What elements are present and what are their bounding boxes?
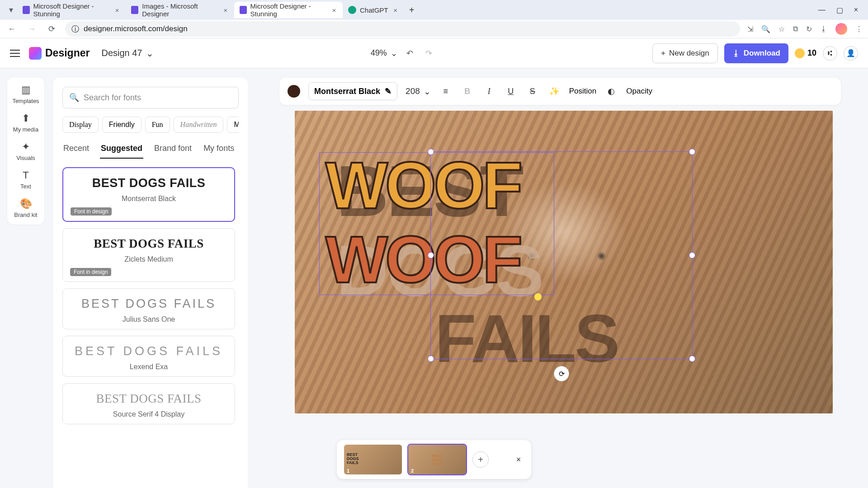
search-icon: 🔍 [69,93,79,103]
tab-title: Microsoft Designer - Stunning [250,2,328,18]
align-button[interactable]: ≡ [439,84,453,98]
rail-brandkit[interactable]: 🎨Brand kit [7,198,44,218]
font-category-chips: Display Friendly Fun Handwritten Mo [62,117,239,133]
font-card[interactable]: BEST DOGS FAILS Source Serif 4 Display [62,383,235,424]
font-sample: BEST DOGS FAILS [70,297,227,311]
tab-brand[interactable]: Brand font [153,141,193,159]
chip-more[interactable]: Mo [227,117,239,133]
close-icon[interactable]: × [222,6,229,14]
edit-icon: ✎ [385,86,392,96]
font-card[interactable]: BEST DOGS FAILS Montserrat Black Font in… [62,167,235,222]
position-button[interactable]: Position [569,87,596,96]
minimize-icon[interactable]: — [818,6,826,14]
chip-handwritten[interactable]: Handwritten [174,117,224,133]
tab-recent[interactable]: Recent [62,141,90,159]
new-tab-button[interactable]: + [405,3,419,17]
app-name: Designer [45,47,90,59]
close-window-icon[interactable]: × [854,6,858,14]
download-label: Download [744,49,780,58]
font-card[interactable]: BEST DOGS FAILS Julius Sans One [62,288,235,329]
rail-visuals[interactable]: ✦Visuals [7,141,44,161]
rail-mymedia[interactable]: ⬆My media [7,113,44,133]
page-thumbnail[interactable]: BESTDOGSFAILS 2 [408,445,466,474]
font-size-selector[interactable]: 208 ⌄ [406,86,431,97]
search-placeholder: Search for fonts [84,93,141,103]
back-icon[interactable]: ← [5,23,18,35]
opacity-button[interactable]: Opacity [626,87,652,96]
upload-icon: ⬆ [20,113,32,124]
tabs-dropdown-icon[interactable]: ▾ [5,4,17,16]
rotate-handle[interactable]: ⟳ [554,366,569,381]
coins-value: 10 [807,48,816,58]
resize-handle[interactable] [689,149,695,155]
resize-handle[interactable] [428,356,434,362]
underline-button[interactable]: U [504,84,518,98]
zoom-control[interactable]: 49% ⌄ [371,48,397,58]
rail-label: Visuals [16,155,35,161]
maximize-icon[interactable]: ▢ [836,6,843,14]
font-list[interactable]: BEST DOGS FAILS Montserrat Black Font in… [62,167,239,424]
document-name[interactable]: Design 47 ⌄ [101,48,153,59]
rail-text[interactable]: TText [7,169,44,190]
resize-handle[interactable] [689,356,695,362]
reload-icon[interactable]: ⟳ [45,23,58,35]
profile-avatar[interactable] [835,23,847,35]
extensions-icon[interactable]: ⧉ [793,25,798,33]
text-color-swatch[interactable] [288,85,300,98]
resize-handle[interactable] [428,252,434,258]
chip-fun[interactable]: Fun [145,117,170,133]
url-input[interactable]: ⓘ designer.microsoft.com/design [65,21,740,37]
redo-button[interactable]: ↷ [423,47,435,60]
resize-handle[interactable] [689,252,695,258]
font-size-value: 208 [406,86,420,96]
account-button[interactable]: 👤 [844,46,858,61]
site-info-icon[interactable]: ⓘ [71,24,79,34]
italic-button[interactable]: I [482,84,496,98]
rail-templates[interactable]: ▥Templates [7,84,44,104]
close-strip-button[interactable]: × [513,454,524,465]
browser-tab[interactable]: Microsoft Designer - Stunning× [17,2,126,18]
coins-counter[interactable]: 10 [795,48,816,58]
visuals-icon: ✦ [20,141,32,153]
canvas[interactable]: BEST DOGS FAILS WOOF WOOF ⟳ [295,111,833,413]
browser-tab[interactable]: ChatGPT× [343,2,405,18]
menu-icon[interactable]: ⋮ [855,25,863,33]
bold-button[interactable]: B [461,84,474,98]
strike-button[interactable]: S [526,84,539,98]
bookmark-icon[interactable]: ☆ [778,25,785,33]
close-icon[interactable]: × [392,6,399,14]
font-search-input[interactable]: 🔍 Search for fonts [62,87,239,108]
font-name: Montserrat Black [71,195,227,203]
tab-myfonts[interactable]: My fonts [203,141,235,159]
zoom-icon[interactable]: 🔍 [761,25,770,33]
relaunch-icon[interactable]: ↻ [806,25,812,33]
page-strip: BESTDOGSFAILS 1 BESTDOGSFAILS 2 + × [337,440,531,479]
close-icon[interactable]: × [114,6,120,14]
font-card[interactable]: BEST DOGS FAILS Ziclets Medium Font in d… [62,228,235,282]
logo[interactable]: Designer [29,47,90,60]
forward-icon[interactable]: → [25,23,38,35]
tab-suggested[interactable]: Suggested [100,141,143,159]
font-family-selector[interactable]: Montserrat Black ✎ [308,82,397,100]
new-design-button[interactable]: + New design [652,43,718,63]
install-icon[interactable]: ⇲ [747,25,753,33]
add-page-button[interactable]: + [472,451,489,468]
share-button[interactable]: ⑆ [823,46,837,61]
browser-tab[interactable]: Images - Microsoft Designer× [126,2,234,18]
downloads-icon[interactable]: ⭳ [820,25,827,33]
effects-icon[interactable]: ✨ [547,84,561,98]
chip-display[interactable]: Display [62,117,99,133]
selection-box[interactable]: ⟳ [430,151,693,359]
chevron-down-icon[interactable]: ⌄ [146,48,154,59]
page-thumbnail[interactable]: BESTDOGSFAILS 1 [344,445,402,474]
new-design-label: New design [669,49,709,58]
browser-tab[interactable]: Microsoft Designer - Stunning× [234,2,343,18]
menu-button[interactable] [10,50,20,57]
font-tabs: Recent Suggested Brand font My fonts [62,141,239,159]
undo-button[interactable]: ↶ [404,47,416,60]
font-card[interactable]: BEST DOGS FAILS Lexend Exa [62,336,235,377]
download-button[interactable]: ⭳ Download [724,43,788,63]
chip-friendly[interactable]: Friendly [102,117,142,133]
resize-handle[interactable] [428,149,434,155]
close-icon[interactable]: × [331,6,337,14]
